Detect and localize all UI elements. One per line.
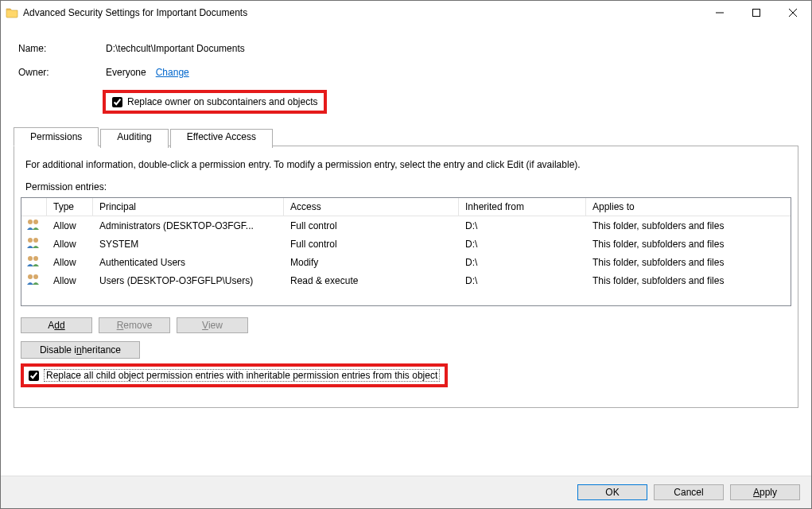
- svg-point-7: [28, 274, 33, 279]
- cell-type: Allow: [47, 256, 93, 269]
- replace-owner-label[interactable]: Replace owner on subcontainers and objec…: [127, 96, 317, 107]
- col-applies[interactable]: Applies to: [586, 198, 791, 216]
- col-principal[interactable]: Principal: [93, 198, 284, 216]
- svg-point-3: [28, 238, 33, 243]
- col-access[interactable]: Access: [284, 198, 459, 216]
- cell-type: Allow: [47, 274, 93, 287]
- replace-child-checkbox[interactable]: [29, 371, 39, 381]
- apply-button[interactable]: Apply: [730, 484, 800, 500]
- table-body: AllowAdministrators (DESKTOP-O3FGF...Ful…: [21, 216, 791, 305]
- add-button[interactable]: Add: [21, 317, 92, 333]
- table-header: Type Principal Access Inherited from App…: [21, 198, 791, 216]
- maximize-button[interactable]: [738, 1, 775, 25]
- cell-inherited: D:\: [459, 238, 586, 251]
- name-label: Name:: [18, 43, 106, 54]
- cancel-button[interactable]: Cancel: [654, 484, 724, 500]
- change-owner-link[interactable]: Change: [156, 67, 189, 78]
- col-inherited[interactable]: Inherited from: [459, 198, 586, 216]
- permission-entries-table: Type Principal Access Inherited from App…: [21, 197, 791, 306]
- disable-inheritance-button[interactable]: Disable inheritance: [21, 341, 140, 359]
- window: Advanced Security Settings for Important…: [0, 0, 812, 509]
- cell-applies: This folder, subfolders and files: [586, 238, 791, 251]
- permission-entries-label: Permission entries:: [25, 181, 791, 192]
- cell-applies: This folder, subfolders and files: [586, 220, 791, 232]
- svg-point-2: [33, 220, 38, 224]
- titlebar: Advanced Security Settings for Important…: [1, 1, 811, 25]
- cell-principal: Users (DESKTOP-O3FGFLP\Users): [93, 274, 284, 287]
- cell-type: Allow: [47, 238, 93, 251]
- cell-principal: Administrators (DESKTOP-O3FGF...: [93, 220, 284, 232]
- cell-principal: Authenticated Users: [93, 256, 284, 269]
- table-row[interactable]: AllowAuthenticated UsersModifyD:\This fo…: [21, 253, 791, 271]
- cell-principal: SYSTEM: [93, 238, 284, 251]
- svg-point-8: [33, 274, 38, 279]
- owner-value: Everyone: [106, 67, 146, 78]
- owner-label: Owner:: [18, 67, 106, 78]
- svg-point-5: [28, 256, 33, 261]
- col-type[interactable]: Type: [47, 198, 93, 216]
- svg-point-4: [33, 238, 38, 243]
- cell-applies: This folder, subfolders and files: [586, 274, 791, 287]
- close-button[interactable]: [775, 1, 811, 25]
- dialog-footer: OK Cancel Apply: [1, 476, 811, 508]
- cell-inherited: D:\: [459, 220, 586, 232]
- info-block: Name: D:\techcult\Important Documents Ow…: [18, 41, 794, 114]
- tab-effective-access[interactable]: Effective Access: [170, 129, 273, 148]
- cell-type: Allow: [47, 220, 93, 232]
- permissions-info-text: For additional information, double-click…: [25, 159, 787, 170]
- table-row[interactable]: AllowUsers (DESKTOP-O3FGFLP\Users)Read &…: [21, 271, 791, 289]
- cell-inherited: D:\: [459, 274, 586, 287]
- svg-rect-0: [753, 10, 760, 17]
- cell-applies: This folder, subfolders and files: [586, 256, 791, 269]
- users-icon: [21, 217, 47, 234]
- col-icon[interactable]: [21, 198, 47, 216]
- tab-permissions[interactable]: Permissions: [14, 127, 99, 146]
- replace-child-label[interactable]: Replace all child object permission entr…: [44, 369, 440, 382]
- users-icon: [21, 272, 47, 289]
- name-value: D:\techcult\Important Documents: [106, 43, 245, 54]
- content-area: Name: D:\techcult\Important Documents Ow…: [1, 25, 811, 476]
- minimize-button[interactable]: [701, 1, 738, 25]
- table-row[interactable]: AllowAdministrators (DESKTOP-O3FGF...Ful…: [21, 216, 791, 235]
- cell-access: Modify: [284, 256, 459, 269]
- users-icon: [21, 254, 47, 270]
- cell-access: Full control: [284, 238, 459, 251]
- table-row[interactable]: AllowSYSTEMFull controlD:\This folder, s…: [21, 235, 791, 253]
- cell-access: Read & execute: [284, 274, 459, 287]
- svg-point-6: [33, 256, 38, 261]
- tabs: Permissions Auditing Effective Access Fo…: [14, 126, 798, 408]
- users-icon: [21, 235, 47, 252]
- highlight-replace-child: Replace all child object permission entr…: [21, 363, 448, 387]
- tab-panel-permissions: For additional information, double-click…: [14, 146, 798, 408]
- highlight-replace-owner: Replace owner on subcontainers and objec…: [103, 90, 327, 114]
- svg-point-1: [28, 220, 33, 224]
- ok-button[interactable]: OK: [577, 484, 647, 500]
- tab-auditing[interactable]: Auditing: [100, 129, 168, 148]
- replace-owner-checkbox[interactable]: [112, 97, 122, 107]
- folder-icon: [6, 6, 18, 19]
- remove-button: Remove: [99, 317, 170, 333]
- entry-buttons-row: Add Remove View: [21, 317, 791, 333]
- cell-access: Full control: [284, 220, 459, 232]
- view-button: View: [177, 317, 248, 333]
- window-title: Advanced Security Settings for Important…: [23, 7, 247, 18]
- cell-inherited: D:\: [459, 256, 586, 269]
